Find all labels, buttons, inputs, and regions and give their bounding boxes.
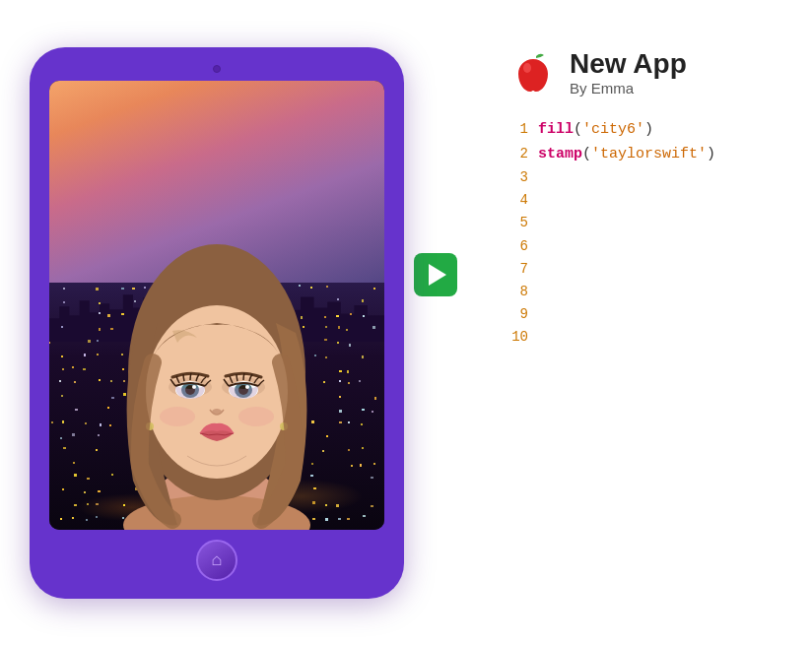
svg-point-9 <box>192 385 196 389</box>
code-line-7: 7 <box>510 258 773 281</box>
svg-point-13 <box>245 385 249 389</box>
right-panel: New App By Emma 1 fill('city6') 2 stamp(… <box>481 20 802 368</box>
code-line-2: 2 stamp('taylorswift') <box>510 143 773 167</box>
line-number-3: 3 <box>510 166 538 189</box>
code-line-6: 6 <box>510 235 773 258</box>
line-number-2: 2 <box>510 143 538 165</box>
line-content-2[interactable]: stamp('taylorswift') <box>538 143 715 167</box>
play-icon <box>429 264 446 286</box>
svg-point-3 <box>146 305 288 479</box>
line-number-7: 7 <box>510 258 538 281</box>
code-line-8: 8 <box>510 281 773 303</box>
home-button[interactable]: ⌂ <box>196 540 237 581</box>
fn-fill: fill <box>538 121 574 138</box>
fn-stamp: stamp <box>538 146 582 162</box>
code-line-10: 10 <box>510 326 773 349</box>
apple-icon <box>510 50 556 96</box>
app-title: New App <box>570 49 687 80</box>
main-container: ⌂ New App By Emma <box>0 0 812 646</box>
line-number-10: 10 <box>510 326 538 349</box>
line-number-8: 8 <box>510 281 538 303</box>
line-content-1[interactable]: fill('city6') <box>538 118 653 143</box>
code-line-4: 4 <box>510 189 773 212</box>
line-number-6: 6 <box>510 235 538 258</box>
line-number-1: 1 <box>510 118 538 141</box>
play-button[interactable] <box>414 253 457 296</box>
svg-point-19 <box>523 63 531 73</box>
code-line-5: 5 <box>510 212 773 234</box>
tablet-device: ⌂ <box>30 47 404 599</box>
code-line-1: 1 fill('city6') <box>510 118 773 143</box>
app-subtitle: By Emma <box>570 80 687 97</box>
line-number-5: 5 <box>510 212 538 234</box>
tablet-camera <box>213 65 221 73</box>
svg-point-15 <box>160 407 195 426</box>
line-number-4: 4 <box>510 189 538 212</box>
taylor-swift-portrait <box>99 175 335 530</box>
line-number-9: 9 <box>510 303 538 326</box>
home-icon: ⌂ <box>212 551 223 569</box>
code-editor[interactable]: 1 fill('city6') 2 stamp('taylorswift') 3… <box>510 118 773 349</box>
svg-point-16 <box>238 407 274 426</box>
face-portrait <box>89 156 345 530</box>
app-header: New App By Emma <box>510 49 773 97</box>
code-line-9: 9 <box>510 303 773 326</box>
app-title-block: New App By Emma <box>570 49 687 97</box>
code-line-3: 3 <box>510 166 773 189</box>
tablet-screen <box>49 81 384 530</box>
